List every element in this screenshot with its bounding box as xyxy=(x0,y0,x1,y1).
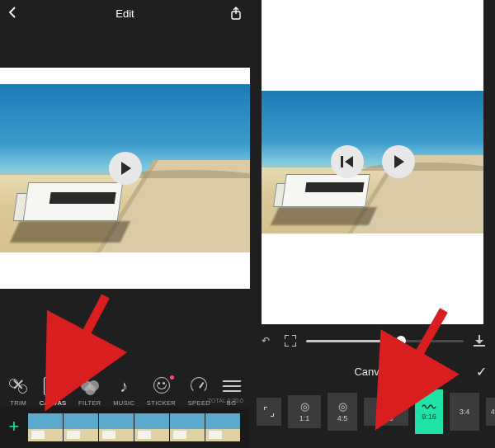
edit-toolbar: TRIM CANVAS FILTER ♪ MUSIC STICKER SPEED xyxy=(0,377,250,407)
music-icon: ♪ xyxy=(115,377,133,395)
ratio-9-16[interactable]: 9:16 xyxy=(415,389,443,434)
fullscreen-button[interactable] xyxy=(281,332,299,350)
clip-thumb[interactable] xyxy=(64,413,98,441)
header-bar: Edit xyxy=(0,0,250,26)
canvas-preview[interactable] xyxy=(262,0,483,324)
panel-title-row: Canvas ✓ xyxy=(250,359,495,384)
download-icon xyxy=(474,335,485,347)
ratio-free[interactable] xyxy=(257,398,281,426)
scissors-icon xyxy=(9,377,27,395)
speed-icon xyxy=(190,377,208,395)
progress-knob[interactable] xyxy=(396,336,406,346)
clip-thumb[interactable] xyxy=(28,413,63,441)
new-badge xyxy=(170,375,174,380)
header-title: Edit xyxy=(21,7,229,20)
tool-music[interactable]: ♪ MUSIC xyxy=(113,377,134,407)
add-clip-button[interactable]: + xyxy=(5,418,23,436)
ratio-label: 4:5 xyxy=(337,414,348,422)
scrubber-bar: ↶ xyxy=(257,329,488,352)
video-preview[interactable] xyxy=(0,84,250,252)
panel-title: Canvas xyxy=(278,365,467,378)
ratio-label: 4:3 xyxy=(491,408,495,416)
tool-label: BG xyxy=(227,399,237,407)
download-button[interactable] xyxy=(470,332,488,350)
tool-label: MUSIC xyxy=(113,399,134,407)
youtube-icon: ▭ xyxy=(381,401,391,412)
ratio-4-3[interactable]: 4:3 xyxy=(486,398,495,426)
ratio-4-5[interactable]: ◎ 4:5 xyxy=(328,393,357,431)
expand-icon xyxy=(264,407,274,417)
tool-canvas[interactable]: CANVAS xyxy=(40,377,67,407)
play-button[interactable] xyxy=(382,145,415,178)
tool-speed[interactable]: SPEED xyxy=(188,377,210,407)
clip-thumb[interactable] xyxy=(205,413,240,441)
ratio-picker: ◎ 1:1 ◎ 4:5 ▭ 16:9 9:16 3:4 4:3 xyxy=(250,387,495,436)
tool-filter[interactable]: FILTER xyxy=(78,377,101,407)
canvas-icon xyxy=(44,377,62,395)
ratio-label: 1:1 xyxy=(299,414,310,422)
ratio-3-4[interactable]: 3:4 xyxy=(450,393,479,431)
tool-trim[interactable]: TRIM xyxy=(9,377,27,407)
tool-bg[interactable]: BG xyxy=(223,377,241,407)
prev-button[interactable] xyxy=(331,145,364,178)
canvas-screen: ↶ Canvas ✓ ◎ 1:1 ◎ 4:5 ▭ 16:9 xyxy=(250,0,495,448)
tool-sticker[interactable]: STICKER xyxy=(147,377,176,407)
ratio-16-9[interactable]: ▭ 16:9 xyxy=(364,398,408,426)
ratio-1-1[interactable]: ◎ 1:1 xyxy=(288,395,321,428)
sticker-icon xyxy=(153,377,171,395)
play-icon xyxy=(394,155,404,168)
ratio-label: 3:4 xyxy=(460,408,470,416)
ratio-label: 16:9 xyxy=(379,414,394,422)
play-icon xyxy=(121,162,131,175)
tool-label: STICKER xyxy=(147,399,176,407)
undo-button[interactable]: ↶ xyxy=(257,332,275,350)
tool-label: TRIM xyxy=(10,399,26,407)
filter-icon xyxy=(81,377,99,395)
progress-track[interactable] xyxy=(306,340,464,342)
skip-previous-icon xyxy=(341,156,353,167)
wave-icon xyxy=(422,403,436,410)
letterbox-bottom xyxy=(0,252,250,289)
filmstrip[interactable] xyxy=(28,413,245,441)
letterbox-top xyxy=(0,68,250,84)
clip-thumb[interactable] xyxy=(99,413,134,441)
ratio-label: 9:16 xyxy=(422,413,436,421)
clip-thumb[interactable] xyxy=(170,413,205,441)
share-button[interactable] xyxy=(229,7,242,20)
fullscreen-icon xyxy=(285,335,296,347)
tool-label: FILTER xyxy=(78,399,101,407)
clip-thumb[interactable] xyxy=(134,413,169,441)
play-button[interactable] xyxy=(109,152,142,185)
tool-label: CANVAS xyxy=(40,399,67,407)
edit-screen: Edit TOTAL 0:20.0 TRIM CANVAS xyxy=(0,0,250,448)
tool-label: SPEED xyxy=(188,399,210,407)
instagram-icon: ◎ xyxy=(300,401,309,412)
timeline[interactable]: + xyxy=(0,407,250,448)
instagram-icon: ◎ xyxy=(338,401,347,412)
bg-icon xyxy=(223,377,241,395)
confirm-button[interactable]: ✓ xyxy=(467,364,495,380)
back-button[interactable] xyxy=(8,7,21,21)
